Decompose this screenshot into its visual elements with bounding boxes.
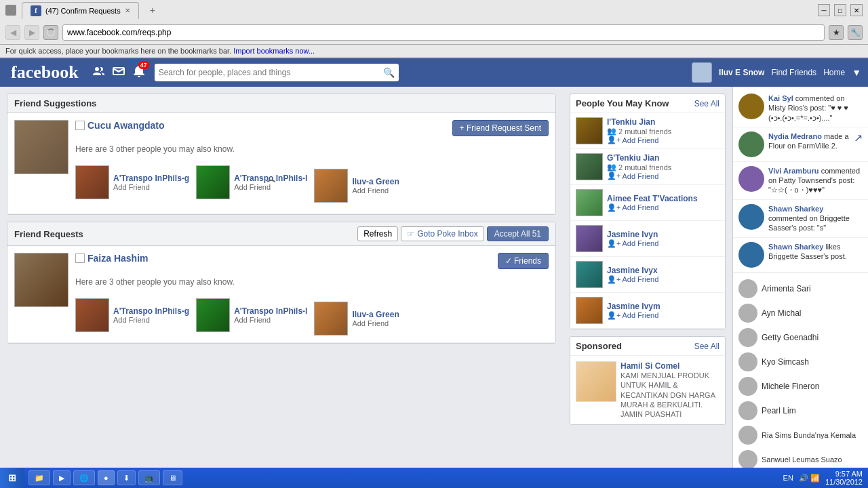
pymk-add-1[interactable]: 👤+Add Friend [607,136,719,144]
taskbar-app1[interactable]: ⬇ [117,470,136,485]
pymk-name-2[interactable]: G'Tenkiu Jian [607,153,719,163]
request-name[interactable]: Faiza Hashim [87,253,148,264]
search-input[interactable] [159,68,383,77]
person-add-1[interactable]: Add Friend [113,183,189,191]
pymk-name-6[interactable]: Jasmine Ivym [607,302,719,311]
notif-text-1: Kai Syl commented on Misty Rios's post: … [768,94,863,123]
chat-friend-avatar-1 [738,279,757,298]
req-person-add-1[interactable]: Add Friend [113,316,189,324]
notif-item-1[interactable]: Kai Syl commented on Misty Rios's post: … [733,89,868,127]
minimize-button[interactable]: ─ [818,4,830,16]
pymk-avatar-2 [576,153,603,180]
notif-avatar-5 [738,242,764,268]
taskbar-ie[interactable]: 🌐 [73,470,95,485]
other-people-text: Here are 3 other people you may also kno… [75,140,549,158]
home-button[interactable]: Home [823,68,845,77]
sponsored-title: Sponsored [576,341,622,351]
chat-friend-avatar-2 [738,304,757,323]
taskbar-explorer[interactable]: 📁 [28,470,50,485]
notifications-icon[interactable]: 47 [130,62,148,83]
notif-item-4[interactable]: Shawn Sharkey commented on Briggette Sas… [733,200,868,238]
import-bookmarks-link[interactable]: Import bookmarks now... [233,47,315,55]
back-button[interactable]: ◀ [5,25,20,40]
chat-friend-1[interactable]: Arimenta Sari [733,277,868,301]
messages-icon[interactable] [110,63,127,82]
close-window-button[interactable]: ✕ [850,4,863,16]
chat-friend-3[interactable]: Getty Goenadhi [733,325,868,350]
chat-friend-name-2: Ayn Michal [762,308,801,318]
chat-friend-avatar-4 [738,352,757,371]
refresh-button[interactable]: Refresh [357,226,398,241]
chat-friend-avatar-7 [738,426,757,445]
wrench-icon[interactable]: 🔧 [848,25,863,40]
person-image-2 [196,165,230,199]
goto-poke-inbox-button[interactable]: ☞ Goto Poke Inbox [401,226,484,241]
maximize-button[interactable]: □ [834,4,846,16]
chat-friend-name-5: Michele Fineron [762,382,819,391]
chat-friend-4[interactable]: Kyo Simcash [733,350,868,374]
suggestion-checkbox[interactable] [75,121,85,130]
pymk-add-6[interactable]: 👤+Add Friend [607,311,719,320]
pymk-mutual-1: 👥2 mutual friends [607,127,719,136]
pymk-add-5[interactable]: 👤+Add Friend [607,275,719,284]
friends-button[interactable]: ✓ Friends [498,253,549,269]
reload-button[interactable] [43,25,58,40]
more-options-button[interactable]: ▼ [852,67,861,78]
req-person-name-2[interactable]: A'Transpo InPhils-l [234,306,307,316]
tab[interactable]: f (47) Confirm Requests ✕ [22,2,139,19]
person-add-3[interactable]: Add Friend [352,186,399,195]
chat-friend-2[interactable]: Ayn Michal [733,301,868,325]
req-person-name-1[interactable]: A'Transpo InPhils-g [113,306,189,316]
new-tab-button[interactable]: + [144,2,161,18]
pymk-name-1[interactable]: I'Tenkiu Jian [607,117,719,127]
taskbar-app2[interactable]: 📺 [138,470,160,485]
chat-friend-7[interactable]: Ria Sims Bunda'nya Kemala [733,423,868,447]
taskbar-chrome[interactable]: ● [98,470,115,485]
req-person-add-2[interactable]: Add Friend [234,316,307,324]
chat-friend-name-1: Arimenta Sari [762,284,811,293]
person-name-1[interactable]: A'Transpo InPhils-g [113,174,189,183]
req-person-thumb-3: Iluv-a Green Add Friend [314,302,399,336]
pymk-name-3[interactable]: Aimee Feat T'Vacations [607,194,719,203]
req-person-add-3[interactable]: Add Friend [352,319,399,327]
sponsored-see-all[interactable]: See All [694,342,719,351]
chat-friend-avatar-8 [738,450,757,469]
pymk-see-all[interactable]: See All [694,99,719,108]
req-person-thumb-1: A'Transpo InPhils-g Add Friend [75,295,189,336]
pymk-avatar-4 [576,225,603,252]
forward-button[interactable]: ▶ [24,25,39,40]
notif-item-5[interactable]: Shawn Sharkey likes Briggette Sasser's p… [733,238,868,272]
accept-all-button[interactable]: Accept All 51 [487,226,549,241]
person-image-1 [75,165,109,199]
pymk-add-3[interactable]: 👤+Add Friend [607,203,719,212]
start-button[interactable]: ⊞ [0,468,24,488]
find-friends-button[interactable]: Find Friends [771,68,816,77]
search-submit-button[interactable]: 🔍 [383,67,395,78]
person-image-3 [314,169,348,203]
req-person-name-3[interactable]: Iluv-a Green [352,310,399,319]
pymk-name-5[interactable]: Jasmine Ivyx [607,266,719,275]
taskbar-media[interactable]: ▶ [53,470,71,485]
facebook-logo[interactable]: facebook [7,62,83,83]
taskbar-app3[interactable]: 🖥 [163,470,182,485]
notif-avatar-2 [738,131,764,157]
bookmark-star[interactable]: ★ [829,25,844,40]
request-checkbox[interactable] [75,253,85,263]
person-name-3[interactable]: Iluv-a Green [352,177,399,186]
pymk-item-4: Jasmine Ivyn 👤+Add Friend [570,221,725,257]
suggestion-name[interactable]: Cucu Awangdato [87,120,165,131]
pymk-name-4[interactable]: Jasmine Ivyn [607,230,719,239]
chat-friend-5[interactable]: Michele Fineron [733,374,868,399]
notif-external-link[interactable]: ↗ [854,131,863,157]
friends-icon[interactable] [90,63,107,82]
chat-friend-6[interactable]: Pearl Lim [733,399,868,423]
tab-close-icon[interactable]: ✕ [125,7,130,14]
url-bar[interactable] [62,24,825,41]
pymk-add-4[interactable]: 👤+Add Friend [607,239,719,248]
notif-item-3[interactable]: Vivi Aramburu commented on Patty Townsen… [733,162,868,200]
sponsored-ad-name[interactable]: Hamil Si Comel [620,361,719,371]
pymk-add-2[interactable]: 👤+Add Friend [607,171,719,180]
notif-item-2[interactable]: Nydia Medrano made a Flour on FarmVille … [733,127,868,162]
friend-request-sent-button[interactable]: + Friend Request Sent [452,120,549,136]
username-button[interactable]: Iluv E Snow [719,68,764,77]
